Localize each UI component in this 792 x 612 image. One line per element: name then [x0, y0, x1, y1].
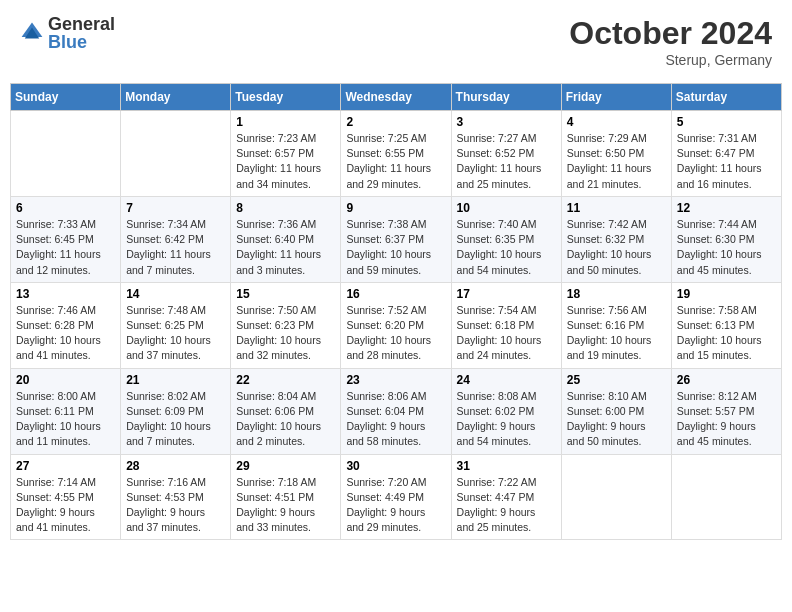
- calendar-cell: 28Sunrise: 7:16 AMSunset: 4:53 PMDayligh…: [121, 454, 231, 540]
- day-number: 4: [567, 115, 666, 129]
- calendar-cell: 24Sunrise: 8:08 AMSunset: 6:02 PMDayligh…: [451, 368, 561, 454]
- weekday-header-saturday: Saturday: [671, 84, 781, 111]
- day-info: Sunrise: 7:16 AMSunset: 4:53 PMDaylight:…: [126, 475, 225, 536]
- month-title: October 2024: [569, 15, 772, 52]
- calendar-cell: 4Sunrise: 7:29 AMSunset: 6:50 PMDaylight…: [561, 111, 671, 197]
- day-info: Sunrise: 7:31 AMSunset: 6:47 PMDaylight:…: [677, 131, 776, 192]
- day-info: Sunrise: 7:46 AMSunset: 6:28 PMDaylight:…: [16, 303, 115, 364]
- calendar-cell: 20Sunrise: 8:00 AMSunset: 6:11 PMDayligh…: [11, 368, 121, 454]
- day-info: Sunrise: 7:42 AMSunset: 6:32 PMDaylight:…: [567, 217, 666, 278]
- day-info: Sunrise: 7:38 AMSunset: 6:37 PMDaylight:…: [346, 217, 445, 278]
- day-number: 19: [677, 287, 776, 301]
- day-number: 8: [236, 201, 335, 215]
- day-info: Sunrise: 7:52 AMSunset: 6:20 PMDaylight:…: [346, 303, 445, 364]
- day-number: 21: [126, 373, 225, 387]
- day-info: Sunrise: 7:22 AMSunset: 4:47 PMDaylight:…: [457, 475, 556, 536]
- page-header: General Blue October 2024 Sterup, German…: [10, 10, 782, 73]
- logo: General Blue: [20, 15, 115, 51]
- day-info: Sunrise: 7:14 AMSunset: 4:55 PMDaylight:…: [16, 475, 115, 536]
- day-number: 11: [567, 201, 666, 215]
- calendar-cell: 16Sunrise: 7:52 AMSunset: 6:20 PMDayligh…: [341, 282, 451, 368]
- day-number: 20: [16, 373, 115, 387]
- day-info: Sunrise: 7:36 AMSunset: 6:40 PMDaylight:…: [236, 217, 335, 278]
- calendar-cell: [121, 111, 231, 197]
- weekday-header-tuesday: Tuesday: [231, 84, 341, 111]
- day-number: 10: [457, 201, 556, 215]
- calendar-cell: 29Sunrise: 7:18 AMSunset: 4:51 PMDayligh…: [231, 454, 341, 540]
- day-number: 30: [346, 459, 445, 473]
- day-info: Sunrise: 7:29 AMSunset: 6:50 PMDaylight:…: [567, 131, 666, 192]
- calendar-cell: 8Sunrise: 7:36 AMSunset: 6:40 PMDaylight…: [231, 196, 341, 282]
- day-number: 2: [346, 115, 445, 129]
- day-number: 16: [346, 287, 445, 301]
- location-text: Sterup, Germany: [569, 52, 772, 68]
- calendar-table: SundayMondayTuesdayWednesdayThursdayFrid…: [10, 83, 782, 540]
- day-number: 18: [567, 287, 666, 301]
- weekday-header-monday: Monday: [121, 84, 231, 111]
- calendar-cell: 13Sunrise: 7:46 AMSunset: 6:28 PMDayligh…: [11, 282, 121, 368]
- day-info: Sunrise: 8:04 AMSunset: 6:06 PMDaylight:…: [236, 389, 335, 450]
- weekday-header-wednesday: Wednesday: [341, 84, 451, 111]
- day-number: 6: [16, 201, 115, 215]
- day-number: 3: [457, 115, 556, 129]
- day-number: 12: [677, 201, 776, 215]
- calendar-cell: 10Sunrise: 7:40 AMSunset: 6:35 PMDayligh…: [451, 196, 561, 282]
- day-info: Sunrise: 7:50 AMSunset: 6:23 PMDaylight:…: [236, 303, 335, 364]
- calendar-cell: [11, 111, 121, 197]
- day-number: 26: [677, 373, 776, 387]
- day-info: Sunrise: 7:33 AMSunset: 6:45 PMDaylight:…: [16, 217, 115, 278]
- calendar-cell: [671, 454, 781, 540]
- day-info: Sunrise: 8:10 AMSunset: 6:00 PMDaylight:…: [567, 389, 666, 450]
- calendar-cell: 14Sunrise: 7:48 AMSunset: 6:25 PMDayligh…: [121, 282, 231, 368]
- logo-icon: [20, 21, 44, 45]
- calendar-cell: 5Sunrise: 7:31 AMSunset: 6:47 PMDaylight…: [671, 111, 781, 197]
- calendar-cell: 12Sunrise: 7:44 AMSunset: 6:30 PMDayligh…: [671, 196, 781, 282]
- calendar-week-row: 6Sunrise: 7:33 AMSunset: 6:45 PMDaylight…: [11, 196, 782, 282]
- calendar-week-row: 1Sunrise: 7:23 AMSunset: 6:57 PMDaylight…: [11, 111, 782, 197]
- day-info: Sunrise: 8:08 AMSunset: 6:02 PMDaylight:…: [457, 389, 556, 450]
- calendar-cell: 25Sunrise: 8:10 AMSunset: 6:00 PMDayligh…: [561, 368, 671, 454]
- day-number: 29: [236, 459, 335, 473]
- day-info: Sunrise: 7:56 AMSunset: 6:16 PMDaylight:…: [567, 303, 666, 364]
- calendar-cell: 27Sunrise: 7:14 AMSunset: 4:55 PMDayligh…: [11, 454, 121, 540]
- day-info: Sunrise: 7:34 AMSunset: 6:42 PMDaylight:…: [126, 217, 225, 278]
- calendar-cell: 18Sunrise: 7:56 AMSunset: 6:16 PMDayligh…: [561, 282, 671, 368]
- weekday-header-sunday: Sunday: [11, 84, 121, 111]
- day-info: Sunrise: 7:23 AMSunset: 6:57 PMDaylight:…: [236, 131, 335, 192]
- calendar-cell: 17Sunrise: 7:54 AMSunset: 6:18 PMDayligh…: [451, 282, 561, 368]
- day-number: 24: [457, 373, 556, 387]
- day-number: 5: [677, 115, 776, 129]
- day-info: Sunrise: 7:18 AMSunset: 4:51 PMDaylight:…: [236, 475, 335, 536]
- calendar-cell: 1Sunrise: 7:23 AMSunset: 6:57 PMDaylight…: [231, 111, 341, 197]
- day-number: 27: [16, 459, 115, 473]
- calendar-cell: 23Sunrise: 8:06 AMSunset: 6:04 PMDayligh…: [341, 368, 451, 454]
- weekday-header-row: SundayMondayTuesdayWednesdayThursdayFrid…: [11, 84, 782, 111]
- logo-blue-text: Blue: [48, 33, 115, 51]
- calendar-cell: 15Sunrise: 7:50 AMSunset: 6:23 PMDayligh…: [231, 282, 341, 368]
- logo-text: General Blue: [48, 15, 115, 51]
- day-number: 15: [236, 287, 335, 301]
- calendar-cell: 9Sunrise: 7:38 AMSunset: 6:37 PMDaylight…: [341, 196, 451, 282]
- calendar-cell: 30Sunrise: 7:20 AMSunset: 4:49 PMDayligh…: [341, 454, 451, 540]
- day-info: Sunrise: 7:20 AMSunset: 4:49 PMDaylight:…: [346, 475, 445, 536]
- day-number: 23: [346, 373, 445, 387]
- day-info: Sunrise: 8:00 AMSunset: 6:11 PMDaylight:…: [16, 389, 115, 450]
- day-info: Sunrise: 7:40 AMSunset: 6:35 PMDaylight:…: [457, 217, 556, 278]
- day-info: Sunrise: 7:54 AMSunset: 6:18 PMDaylight:…: [457, 303, 556, 364]
- calendar-cell: 21Sunrise: 8:02 AMSunset: 6:09 PMDayligh…: [121, 368, 231, 454]
- calendar-week-row: 13Sunrise: 7:46 AMSunset: 6:28 PMDayligh…: [11, 282, 782, 368]
- calendar-cell: 6Sunrise: 7:33 AMSunset: 6:45 PMDaylight…: [11, 196, 121, 282]
- calendar-cell: 3Sunrise: 7:27 AMSunset: 6:52 PMDaylight…: [451, 111, 561, 197]
- calendar-cell: [561, 454, 671, 540]
- day-number: 28: [126, 459, 225, 473]
- day-number: 25: [567, 373, 666, 387]
- day-number: 7: [126, 201, 225, 215]
- day-number: 31: [457, 459, 556, 473]
- calendar-cell: 19Sunrise: 7:58 AMSunset: 6:13 PMDayligh…: [671, 282, 781, 368]
- calendar-cell: 26Sunrise: 8:12 AMSunset: 5:57 PMDayligh…: [671, 368, 781, 454]
- calendar-cell: 7Sunrise: 7:34 AMSunset: 6:42 PMDaylight…: [121, 196, 231, 282]
- day-info: Sunrise: 7:58 AMSunset: 6:13 PMDaylight:…: [677, 303, 776, 364]
- day-number: 9: [346, 201, 445, 215]
- day-number: 1: [236, 115, 335, 129]
- day-info: Sunrise: 8:02 AMSunset: 6:09 PMDaylight:…: [126, 389, 225, 450]
